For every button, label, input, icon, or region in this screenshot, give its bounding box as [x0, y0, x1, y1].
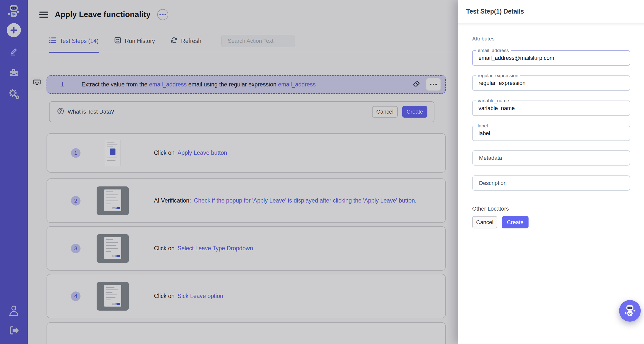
panel-header: Test Step(1) Details — [458, 0, 644, 23]
field-value[interactable]: label — [478, 130, 490, 137]
chatbot-robot-icon: QA — [623, 304, 636, 318]
screen: QA — [0, 0, 644, 344]
modal-backdrop[interactable] — [0, 0, 458, 344]
field-label: email_address — [476, 48, 511, 53]
field-email-address[interactable]: email_address email_address@mailslurp.co… — [472, 50, 630, 66]
other-locators-label: Other Locators — [472, 206, 509, 212]
field-label: regular_expression — [476, 73, 520, 78]
field-variable-name[interactable]: variable_name variable_name — [472, 101, 630, 116]
field-label[interactable]: label label — [472, 126, 630, 141]
field-value[interactable]: email_address@mailslurp.com — [478, 55, 554, 61]
field-value[interactable]: regular_expression — [478, 80, 526, 86]
field-label: label — [476, 123, 490, 129]
chat-assistant-button[interactable]: QA — [619, 300, 641, 322]
panel-title: Test Step(1) Details — [466, 8, 524, 15]
field-label: variable_name — [476, 98, 511, 104]
panel-header-divider — [458, 23, 644, 26]
description-section[interactable]: Description — [472, 175, 630, 191]
test-step-details-panel: Test Step(1) Details Attributes email_ad… — [458, 0, 644, 344]
panel-cancel-button[interactable]: Cancel — [472, 216, 497, 228]
field-regular-expression[interactable]: regular_expression regular_expression — [472, 75, 630, 91]
field-value[interactable]: variable_name — [478, 105, 515, 112]
svg-text:QA: QA — [628, 312, 632, 315]
attributes-label: Attributes — [472, 36, 495, 42]
panel-create-button[interactable]: Create — [502, 216, 529, 228]
text-cursor — [555, 55, 555, 62]
panel-actions: Cancel Create — [472, 216, 529, 228]
metadata-section[interactable]: Metadata — [472, 150, 630, 166]
